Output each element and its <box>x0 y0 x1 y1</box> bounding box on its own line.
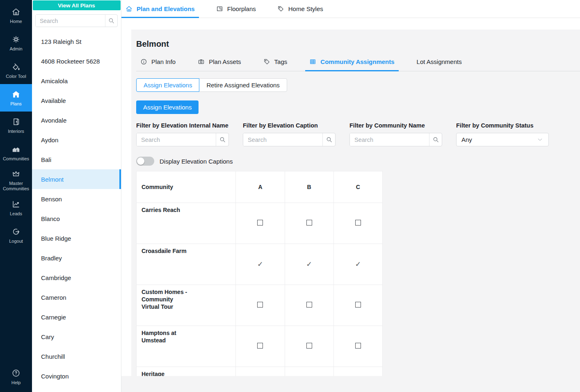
filter-label: Filter by Elevation Internal Name <box>136 122 229 129</box>
tab-plan-assets[interactable]: Plan Assets <box>194 49 245 71</box>
plan-list-item-belmont[interactable]: Belmont <box>32 169 121 189</box>
nav-tab-plan-and-elevations[interactable]: Plan and Elevations <box>121 0 199 18</box>
plan-list-item-carnegie[interactable]: Carnegie <box>32 307 121 327</box>
checkbox-unchecked[interactable] <box>355 343 361 349</box>
tab-label: Plan Assets <box>209 58 241 65</box>
nav-tab-label: Home Styles <box>288 5 323 12</box>
column-header-b: B <box>285 171 333 203</box>
plan-list-item-blanco[interactable]: Blanco <box>32 209 121 228</box>
sidebar-item-communities[interactable]: Communities <box>0 139 32 166</box>
filter-label: Filter by Community Status <box>456 122 549 129</box>
community-name-cell: Custom Homes - Community Virtual Tour <box>137 285 236 326</box>
plan-list-item-benson[interactable]: Benson <box>32 189 121 209</box>
plan-list-item-123-raleigh-st[interactable]: 123 Raleigh St <box>32 32 121 51</box>
plan-list-item-cambridge[interactable]: Cambridge <box>32 268 121 287</box>
plan-detail-tabs: Plan InfoPlan AssetsTagsCommunity Assign… <box>136 49 580 71</box>
sidebar-item-leads[interactable]: Leads <box>0 194 32 221</box>
checkbox-unchecked[interactable] <box>257 302 263 308</box>
sidebar-item-label: Plans <box>10 101 22 107</box>
icon-rail: HomeAdminColor ToolPlansInteriorsCommuni… <box>0 0 32 392</box>
segment-assign-elevations[interactable]: Assign Elevations <box>136 78 199 92</box>
plan-list-item-amicalola[interactable]: Amicalola <box>32 71 121 91</box>
checkbox-unchecked[interactable] <box>257 220 263 226</box>
sidebar-item-plans[interactable]: Plans <box>0 84 32 112</box>
filter-search-input[interactable] <box>350 133 429 146</box>
assign-elevations-button[interactable]: Assign Elevations <box>136 100 199 114</box>
nav-tab-floorplans[interactable]: Floorplans <box>212 0 260 18</box>
tab-label: Community Assignments <box>320 58 394 65</box>
filters-row: Filter by Elevation Internal NameFilter … <box>136 122 580 146</box>
sidebar-item-interiors[interactable]: Interiors <box>0 112 32 139</box>
assignment-cell <box>236 367 285 376</box>
assignment-cell <box>285 326 333 367</box>
sidebar-item-label: Help <box>11 380 21 385</box>
plan-list-item-covington[interactable]: Covington <box>32 366 121 386</box>
filter-filter-by-elevation-caption: Filter by Elevation Caption <box>243 122 336 146</box>
main-body: Belmont Plan InfoPlan AssetsTagsCommunit… <box>121 18 580 392</box>
door-icon <box>11 117 21 127</box>
sidebar-item-logout[interactable]: Logout <box>0 221 32 249</box>
nav-tab-home-styles[interactable]: Home Styles <box>273 0 327 18</box>
display-elevation-captions-toggle[interactable] <box>136 157 154 166</box>
checkbox-unchecked[interactable] <box>355 220 361 226</box>
plan-list-item-avondale[interactable]: Avondale <box>32 110 121 130</box>
chevron-down-icon <box>537 136 543 143</box>
plan-list-item-cameron[interactable]: Cameron <box>32 287 121 307</box>
plan-list-item-available[interactable]: Available <box>32 91 121 110</box>
plans-search-input[interactable] <box>36 15 105 27</box>
plans-sidebar: View All Plans 123 Raleigh St4608 Rocket… <box>32 0 121 392</box>
tab-tags[interactable]: Tags <box>259 49 292 71</box>
sidebar-item-help[interactable]: Help <box>0 363 32 390</box>
tab-plan-info[interactable]: Plan Info <box>136 49 180 71</box>
community-status-select[interactable]: Any <box>456 133 549 146</box>
plan-list-item-cary[interactable]: Cary <box>32 327 121 346</box>
filter-search-field <box>243 133 336 146</box>
sidebar-item-label: Master Communities <box>1 181 31 191</box>
filter-search-field <box>136 133 229 146</box>
search-icon[interactable] <box>322 133 335 146</box>
assignment-cell <box>236 203 285 244</box>
checkbox-unchecked[interactable] <box>257 343 263 349</box>
plan-list-item-bali[interactable]: Bali <box>32 150 121 169</box>
column-header-c: C <box>333 171 382 203</box>
tab-community-assignments[interactable]: Community Assignments <box>305 49 398 71</box>
tab-lot-assignments[interactable]: Lot Assignments <box>413 49 466 71</box>
plan-list-item-aydon[interactable]: Aydon <box>32 130 121 150</box>
plan-list: 123 Raleigh St4608 Rocketeer 5628Amicalo… <box>32 32 121 386</box>
community-name-cell: Carries Reach <box>137 203 236 244</box>
checkbox-unchecked[interactable] <box>306 302 312 308</box>
sidebar-item-home[interactable]: Home <box>0 2 32 29</box>
nav-tab-label: Floorplans <box>227 5 256 12</box>
community-assignments-table: CommunityABC Carries ReachCroasdaile Far… <box>136 171 383 376</box>
checkbox-unchecked[interactable] <box>355 302 361 308</box>
checkbox-unchecked[interactable] <box>306 343 312 349</box>
assignment-cell <box>236 326 285 367</box>
paint-icon <box>11 62 21 72</box>
filter-search-input[interactable] <box>243 133 322 146</box>
search-icon[interactable] <box>216 133 228 146</box>
search-icon[interactable] <box>429 133 442 146</box>
select-value: Any <box>461 136 472 143</box>
sidebar-item-master-communities[interactable]: Master Communities <box>0 166 32 194</box>
houses-icon <box>11 144 21 154</box>
sidebar-item-label: Leads <box>10 211 22 217</box>
plan-list-item-bradley[interactable]: Bradley <box>32 248 121 268</box>
column-header-community: Community <box>137 171 236 203</box>
content-panel: Belmont Plan InfoPlan AssetsTagsCommunit… <box>131 30 580 376</box>
chart-icon <box>11 199 21 209</box>
grid-icon <box>309 58 316 65</box>
assignment-cell <box>333 285 382 326</box>
plan-list-item-4608-rocketeer-5628[interactable]: 4608 Rocketeer 5628 <box>32 51 121 71</box>
view-all-plans-button[interactable]: View All Plans <box>33 0 121 10</box>
checkbox-unchecked[interactable] <box>306 220 312 226</box>
sidebar-item-label: Logout <box>9 239 23 244</box>
sidebar-item-color-tool[interactable]: Color Tool <box>0 57 32 84</box>
search-icon[interactable] <box>105 15 117 27</box>
sidebar-item-label: Color Tool <box>6 74 26 79</box>
plan-list-item-blue-ridge[interactable]: Blue Ridge <box>32 228 121 248</box>
segment-retire-assigned-elevations[interactable]: Retire Assigned Elevations <box>199 78 287 92</box>
sidebar-item-admin[interactable]: Admin <box>0 29 32 57</box>
assignment-cell <box>285 203 333 244</box>
filter-search-input[interactable] <box>137 133 216 146</box>
plan-list-item-churchill[interactable]: Churchill <box>32 346 121 366</box>
